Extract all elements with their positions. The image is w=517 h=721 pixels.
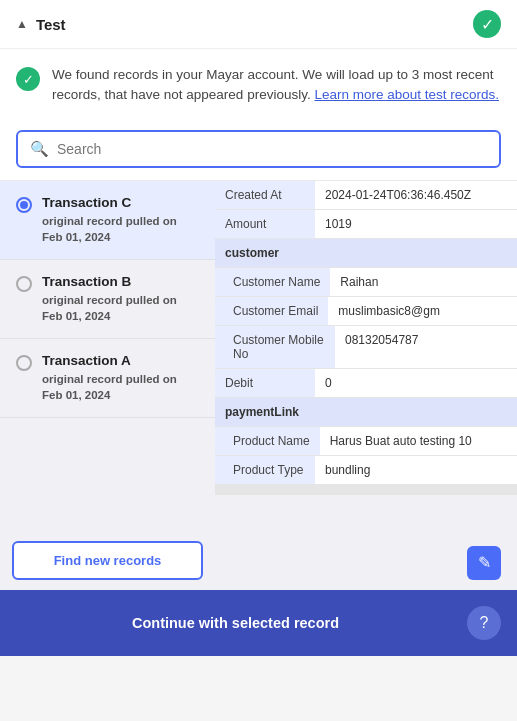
transaction-sub-c: original record pulled onFeb 01, 2024 [42,213,199,245]
h-scroll-bar[interactable] [215,485,517,495]
detail-row-created-at: Created At 2024-01-24T06:36:46.450Z [215,181,517,210]
detail-key-product-name: Product Name [215,427,320,455]
detail-key-customer-mobile: Customer Mobile No [215,326,335,368]
detail-row-customer-email: Customer Email muslimbasic8@gm [215,297,517,326]
info-section: ✓ We found records in your Mayar account… [0,49,517,122]
detail-val-customer-email: muslimbasic8@gm [328,297,517,325]
detail-row-customer-section: customer [215,239,517,268]
header-check-icon: ✓ [473,10,501,38]
detail-panel: Created At 2024-01-24T06:36:46.450Z Amou… [215,181,517,590]
radio-btn-a[interactable] [16,355,32,371]
detail-scroll[interactable]: Created At 2024-01-24T06:36:46.450Z Amou… [215,181,517,590]
header-left: ▲ Test [16,16,66,33]
page-container: ▲ Test ✓ ✓ We found records in your Maya… [0,0,517,656]
footer: Continue with selected record ? [0,590,517,656]
detail-row-customer-name: Customer Name Raihan [215,268,517,297]
detail-row-product-name: Product Name Harus Buat auto testing 10 [215,427,517,456]
search-input[interactable] [57,141,487,157]
detail-val-created-at: 2024-01-24T06:36:46.450Z [315,181,517,209]
detail-row-customer-mobile: Customer Mobile No 08132054787 [215,326,517,369]
detail-val-product-name: Harus Buat auto testing 10 [320,427,517,455]
transaction-sub-a: original record pulled onFeb 01, 2024 [42,371,199,403]
radio-btn-c[interactable] [16,197,32,213]
main-content: Transaction C original record pulled onF… [0,180,517,590]
transaction-name-c: Transaction C [42,195,199,210]
transaction-item-c[interactable]: Transaction C original record pulled onF… [0,181,215,260]
transaction-list: Transaction C original record pulled onF… [0,181,215,590]
chevron-up-icon[interactable]: ▲ [16,17,28,31]
transaction-info-a: Transaction A original record pulled onF… [42,353,199,403]
detail-key-amount: Amount [215,210,315,238]
transaction-info-b: Transaction B original record pulled onF… [42,274,199,324]
detail-row-amount: Amount 1019 [215,210,517,239]
detail-val-customer-name: Raihan [330,268,517,296]
radio-btn-b[interactable] [16,276,32,292]
edit-button[interactable]: ✎ [467,546,501,580]
transaction-item-a[interactable]: Transaction A original record pulled onF… [0,339,215,418]
detail-key-created-at: Created At [215,181,315,209]
detail-key-debit: Debit [215,369,315,397]
help-icon[interactable]: ? [467,606,501,640]
header: ▲ Test ✓ [0,0,517,49]
detail-row-debit: Debit 0 [215,369,517,398]
transaction-name-b: Transaction B [42,274,199,289]
transaction-sub-b: original record pulled onFeb 01, 2024 [42,292,199,324]
info-check-icon: ✓ [16,67,40,91]
detail-val-customer-mobile: 08132054787 [335,326,517,368]
detail-row-product-type: Product Type bundling [215,456,517,485]
transaction-name-a: Transaction A [42,353,199,368]
customer-section-label: customer [215,239,517,267]
detail-key-customer-name: Customer Name [215,268,330,296]
search-icon: 🔍 [30,140,49,158]
transaction-item-b[interactable]: Transaction B original record pulled onF… [0,260,215,339]
detail-row-paymentlink-section: paymentLink [215,398,517,427]
info-text: We found records in your Mayar account. … [52,65,501,106]
find-new-records-button[interactable]: Find new records [12,541,203,580]
detail-key-product-type: Product Type [215,456,315,484]
detail-key-customer-email: Customer Email [215,297,328,325]
paymentlink-section-label: paymentLink [215,398,517,426]
search-container: 🔍 [0,122,517,180]
detail-val-debit: 0 [315,369,517,397]
continue-button[interactable]: Continue with selected record [16,615,455,631]
search-box: 🔍 [16,130,501,168]
transaction-info-c: Transaction C original record pulled onF… [42,195,199,245]
learn-more-link[interactable]: Learn more about test records. [314,87,499,102]
header-title: Test [36,16,66,33]
detail-val-amount: 1019 [315,210,517,238]
detail-val-product-type: bundling [315,456,517,484]
